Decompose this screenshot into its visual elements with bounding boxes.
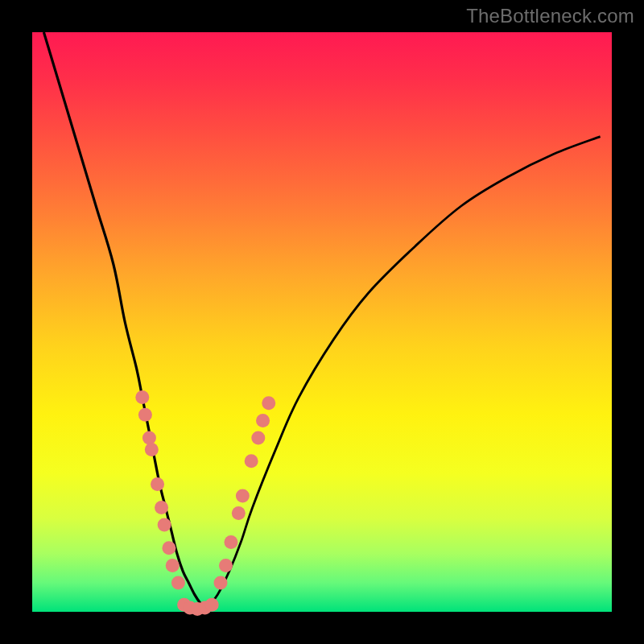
- marker-dot: [224, 535, 237, 549]
- marker-dot: [162, 541, 175, 555]
- marker-dot: [256, 414, 270, 427]
- marker-dot: [166, 559, 180, 572]
- marker-dot: [262, 396, 275, 410]
- marker-dot: [171, 576, 185, 590]
- right-branch-curve: [206, 137, 601, 609]
- marker-dot: [138, 408, 152, 422]
- marker-dot: [245, 454, 258, 468]
- marker-dot: [151, 477, 164, 491]
- chart-container: TheBottleneck.com: [0, 0, 644, 644]
- marker-dot: [155, 501, 168, 514]
- marker-dot: [142, 431, 156, 445]
- curves-svg: [32, 32, 612, 612]
- marker-dot: [236, 489, 250, 503]
- plot-area: [32, 32, 612, 612]
- watermark-label: TheBottleneck.com: [466, 5, 634, 27]
- marker-dot: [158, 518, 171, 532]
- marker-dot: [145, 443, 159, 456]
- marker-dot: [205, 598, 219, 612]
- marker-dot: [135, 390, 149, 404]
- marker-dot: [232, 506, 246, 520]
- marker-dot: [214, 576, 228, 590]
- marker-dot: [219, 559, 233, 572]
- left-branch-curve: [43, 32, 206, 609]
- marker-dot: [251, 431, 265, 445]
